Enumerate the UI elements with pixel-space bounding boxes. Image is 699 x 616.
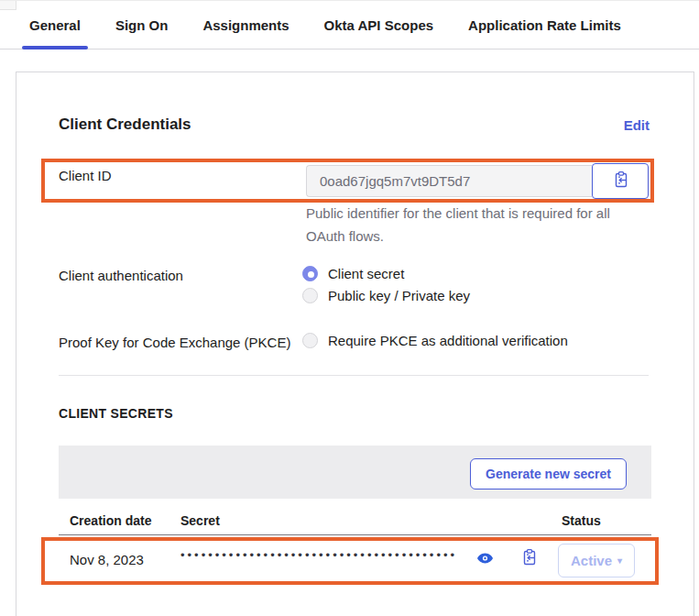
app-settings-page: General Sign On Assignments Okta API Sco… [0,0,699,616]
client-id-value[interactable]: 0oad67jgq5m7vt9DT5d7 [306,165,592,197]
client-secrets-title: CLIENT SECRETS [59,406,173,421]
client-id-group: 0oad67jgq5m7vt9DT5d7 [306,163,649,199]
tab-okta-api-scopes[interactable]: Okta API Scopes [317,1,442,49]
secret-creation-date: Nov 8, 2023 [70,552,144,567]
section-divider [59,375,649,376]
general-settings-card: Client Credentials Edit Client ID 0oad67… [16,72,694,616]
clipboard-copy-icon [520,556,538,569]
pkce-checkbox-label: Require PKCE as additional verification [328,333,568,348]
copy-secret-button[interactable] [520,548,538,566]
tab-sign-on[interactable]: Sign On [108,1,176,49]
edit-button[interactable]: Edit [624,117,650,133]
client-id-label: Client ID [59,168,112,183]
radio-client-secret-label: Client secret [328,266,404,281]
secret-status-dropdown[interactable]: Active ▾ [558,544,635,578]
tab-assignments[interactable]: Assignments [195,1,296,49]
radio-client-secret[interactable]: Client secret [302,266,404,281]
status-label: Active [571,553,612,568]
masked-secret-value: •••••••••••••••••••••••••••••••••••••••• [180,548,457,562]
table-row-divider [59,583,651,584]
eye-icon [476,556,494,569]
chevron-down-icon: ▾ [617,556,622,566]
tab-application-rate-limits[interactable]: Application Rate Limits [461,1,628,49]
tab-general[interactable]: General [22,1,88,49]
clipboard-copy-icon [612,170,629,192]
client-id-help-text: Public identifier for the client that is… [306,202,625,248]
column-header-secret: Secret [180,513,220,528]
radio-public-private-key[interactable]: Public key / Private key [302,288,470,303]
client-credentials-title: Client Credentials [59,116,191,134]
column-header-creation-date: Creation date [70,513,151,528]
table-header-divider [59,534,651,535]
radio-selected-icon[interactable] [302,266,318,281]
radio-public-private-key-label: Public key / Private key [328,288,470,303]
client-authentication-label: Client authentication [59,268,183,283]
pkce-label: Proof Key for Code Exchange (PKCE) [59,335,290,350]
radio-unselected-icon[interactable] [302,288,318,303]
pkce-checkbox[interactable] [302,333,318,348]
app-tabs: General Sign On Assignments Okta API Sco… [0,1,699,50]
client-id-copy-button[interactable] [592,163,649,199]
column-header-status: Status [562,513,601,528]
client-secrets-toolbar: Generate new secret [59,446,651,499]
generate-new-secret-button[interactable]: Generate new secret [470,458,627,490]
reveal-secret-button[interactable] [476,550,494,566]
pkce-checkbox-row[interactable]: Require PKCE as additional verification [302,333,568,348]
